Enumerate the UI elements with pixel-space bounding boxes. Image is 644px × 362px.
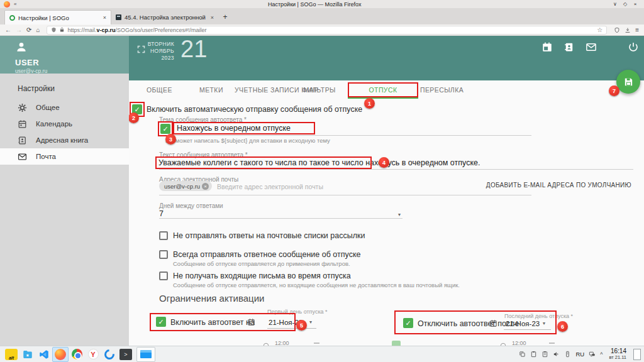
vscode-icon — [38, 349, 50, 360]
calendar-icon — [18, 119, 27, 129]
last-day-time-select[interactable]: 12:00 — [512, 340, 526, 346]
tab-close-icon[interactable]: × — [103, 14, 106, 21]
text-underline — [159, 169, 633, 170]
chrome-launcher[interactable] — [69, 347, 85, 362]
menu-icon[interactable]: ≡ — [635, 26, 639, 33]
annotation-badge-4: 4 — [379, 157, 389, 168]
first-day-time-select[interactable]: 12:00 — [275, 340, 289, 346]
month-label: НОЯБРЬ — [129, 48, 174, 55]
copy-pages-icon[interactable] — [519, 351, 526, 358]
open-file-manager-window[interactable] — [136, 347, 155, 362]
browser-toolbar: ← → ⟳ ⌂ https://mail.v-cp.ru/SOGo/so/use… — [0, 25, 644, 36]
terminal-launcher[interactable]: > — [118, 347, 134, 362]
email-input[interactable]: Введите адрес электронной почты — [217, 183, 323, 190]
gear-icon — [18, 103, 27, 112]
contacts-icon — [18, 136, 27, 145]
sidebar-item-addressbook[interactable]: Адресная книга — [0, 132, 129, 148]
sidebar-item-mail[interactable]: Почта — [0, 148, 129, 165]
keep-above-icon[interactable]: « — [14, 1, 16, 7]
tab-filters[interactable]: ФИЛЬТРЫ — [302, 82, 336, 97]
sputnik-launcher[interactable] — [101, 347, 118, 362]
browser-tabbar: Настройки | SOGo × 45.4. Настройка элект… — [0, 8, 644, 25]
logout-power-icon[interactable] — [628, 41, 639, 53]
url-bar[interactable]: https://mail.v-cp.ru/SOGo/so/user/Prefer… — [47, 26, 607, 35]
firefox-taskbar-item[interactable] — [52, 347, 69, 362]
home-button[interactable]: ⌂ — [36, 25, 40, 36]
tab-close-icon[interactable]: × — [211, 14, 214, 21]
clipboard-icon[interactable] — [541, 351, 548, 358]
save-button[interactable] — [616, 70, 640, 94]
back-button[interactable]: ← — [5, 25, 11, 36]
maximize-button[interactable]: ◇ — [620, 1, 630, 7]
shield-icon[interactable] — [51, 27, 57, 33]
basealt-launcher[interactable]: alt — [3, 347, 19, 362]
option-discard-mail-checkbox[interactable] — [159, 272, 168, 280]
minimize-button[interactable]: ∨ — [610, 1, 620, 7]
bookmark-star-icon[interactable]: ☆ — [597, 26, 602, 33]
show-desktop-button[interactable] — [633, 349, 641, 360]
annotation-badge-2: 2 — [129, 112, 139, 123]
device-icon[interactable] — [564, 351, 571, 358]
sidebar-title: Настройки — [0, 82, 129, 99]
downloads-icon[interactable] — [625, 27, 631, 33]
option-no-lists-label: Не отправлять ответы на почтовые списки … — [173, 231, 365, 240]
weekday-label: ВТОРНИК — [129, 41, 174, 48]
email-underline — [159, 195, 531, 195]
display-network-icon[interactable] — [589, 351, 596, 358]
lock-icon — [59, 27, 65, 33]
first-day-caret-icon[interactable]: ▾ — [309, 319, 312, 325]
chrome-icon — [72, 349, 82, 359]
mail-icon — [18, 152, 27, 162]
tab-general[interactable]: ОБЩЕЕ — [147, 82, 172, 97]
yandex-launcher[interactable]: Y — [85, 347, 101, 362]
tab-labels[interactable]: МЕТКИ — [199, 82, 223, 97]
person-icon — [15, 41, 28, 53]
annotation-badge-7: 7 — [609, 85, 619, 96]
chip-remove-icon[interactable]: × — [202, 183, 209, 190]
browser-tab-sogo[interactable]: Настройки | SOGo × — [4, 10, 111, 25]
save-floppy-icon — [623, 77, 634, 87]
protections-shield-icon[interactable] — [614, 27, 620, 33]
browser-tab-docs[interactable]: 45.4. Настройка электронной × — [111, 10, 218, 25]
mail-app-icon[interactable] — [586, 41, 597, 53]
calendar-app-icon[interactable] — [541, 41, 553, 53]
sidebar-item-calendar[interactable]: Календарь — [0, 116, 129, 132]
tab-vacation-label: ОТПУСК — [369, 86, 397, 94]
vscode-launcher[interactable] — [36, 347, 52, 362]
sidebar: USER user@v-cp.ru Настройки Общее Календ… — [0, 36, 129, 346]
add-default-email-button[interactable]: ДОБАВИТЬ E-MAIL АДРЕСА ПО УМОЛЧАНИЮ — [486, 182, 631, 189]
option-no-lists-checkbox[interactable] — [159, 231, 168, 240]
tab-vacation[interactable]: ОТПУСК — [348, 82, 418, 97]
clock-icon — [500, 340, 506, 346]
clipboard-icon[interactable] — [530, 351, 537, 358]
forward-button[interactable]: → — [16, 25, 22, 36]
sidebar-menu: Настройки Общее Календарь Адресная книга… — [0, 74, 129, 346]
annotation-badge-1: 1 — [364, 98, 375, 109]
reload-button[interactable]: ⟳ — [26, 25, 31, 36]
option-always-send-checkbox[interactable] — [159, 250, 168, 259]
new-tab-button[interactable]: + — [218, 10, 232, 25]
sidebar-item-general[interactable]: Общее — [0, 99, 129, 116]
clock-widget[interactable]: 16:14 вт 21.11 — [609, 348, 626, 361]
file-manager-window-icon — [140, 350, 152, 358]
volume-icon[interactable] — [553, 351, 560, 358]
tray-expand-icon[interactable]: ^ — [600, 351, 602, 358]
url-text[interactable]: https://mail.v-cp.ru/SOGo/so/user/Prefer… — [67, 27, 594, 33]
time-caret-icon — [549, 343, 555, 344]
option-discard-mail-hint: Сообщение об отпуске отправляется, но вх… — [173, 282, 460, 288]
sidebar-item-label: Календарь — [36, 120, 72, 128]
sogo-app: USER user@v-cp.ru Настройки Общее Календ… — [0, 36, 644, 346]
close-button[interactable]: × — [630, 1, 640, 7]
addressbook-app-icon[interactable] — [564, 41, 575, 53]
user-block: USER user@v-cp.ru — [0, 36, 129, 74]
active-tab-indicator — [348, 97, 418, 99]
yandex-icon: Y — [88, 349, 99, 359]
file-manager-launcher[interactable] — [19, 347, 36, 362]
preferences-content: ВТОРНИК НОЯБРЬ 2023 21 7 ОБЩЕЕ МЕ — [129, 36, 644, 346]
email-chip-value: user@v-cp.ru — [164, 183, 200, 190]
tab-forwarding[interactable]: ПЕРЕСЫЛКА — [420, 82, 464, 97]
day-number: 21 — [180, 36, 207, 63]
days-caret-icon[interactable]: ▾ — [398, 212, 401, 217]
days-select[interactable]: 7 — [159, 209, 164, 218]
keyboard-layout-indicator[interactable]: RU — [575, 351, 584, 358]
